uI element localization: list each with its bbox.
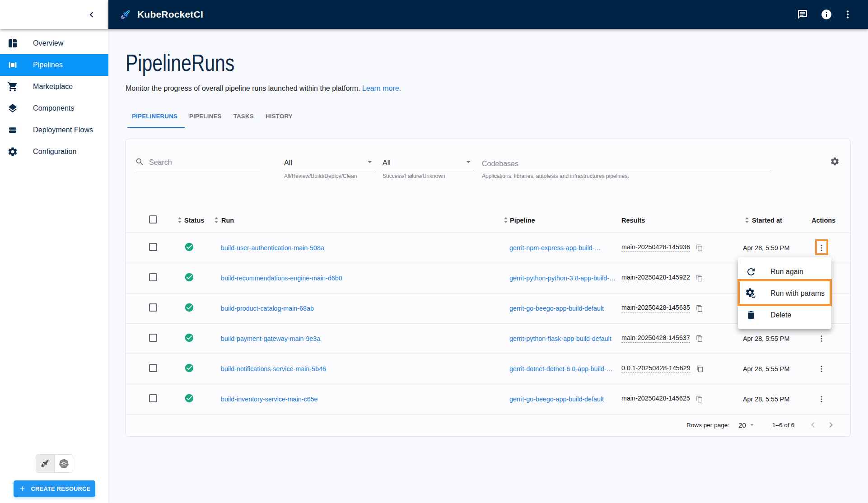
select-all-checkbox[interactable]	[149, 215, 157, 224]
copy-icon[interactable]	[696, 244, 703, 252]
results-value[interactable]: main-20250428-145637	[621, 334, 690, 343]
row-actions-button[interactable]	[815, 332, 828, 345]
info-button[interactable]	[821, 9, 832, 20]
copy-icon[interactable]	[696, 396, 703, 403]
results-cell: 0.0.1-20250428-145629	[621, 364, 736, 373]
pipeline-link[interactable]: gerrit-go-beego-app-build-default	[509, 305, 604, 312]
rows-per-page-select[interactable]: 20	[738, 421, 756, 429]
next-page-button[interactable]	[825, 419, 837, 431]
view-toggle-group	[36, 454, 73, 473]
search-icon	[135, 157, 145, 167]
status-success-icon	[184, 363, 194, 373]
sort-icon	[744, 217, 750, 224]
copy-icon[interactable]	[696, 305, 703, 312]
status-success-icon	[184, 393, 194, 403]
pipeline-link[interactable]: gerrit-npm-express-app-build-…	[509, 244, 601, 252]
chat-icon	[797, 9, 808, 20]
type-select-helper: All/Review/Build/Deploy/Clean	[284, 173, 357, 179]
search-input[interactable]	[149, 158, 253, 167]
row-checkbox[interactable]	[149, 303, 157, 312]
run-link[interactable]: build-inventory-service-main-c65e	[221, 396, 318, 403]
learn-more-link[interactable]: Learn more.	[362, 84, 401, 92]
run-link[interactable]: build-recommendations-engine-main-d6b0	[221, 275, 342, 282]
sidebar-item-pipelines[interactable]: Pipelines	[0, 54, 108, 76]
copy-icon[interactable]	[696, 275, 703, 282]
type-select[interactable]: All All/Review/Build/Deploy/Clean	[284, 150, 375, 170]
run-link[interactable]: build-notifications-service-main-5b46	[221, 365, 326, 373]
menu-item-run-again[interactable]: Run again	[738, 261, 831, 283]
kubernetes-view-button[interactable]	[54, 455, 73, 472]
appbar-actions	[797, 9, 853, 20]
row-actions-button[interactable]	[815, 393, 828, 405]
row-checkbox[interactable]	[149, 394, 157, 402]
pipeline-link[interactable]: gerrit-python-flask-app-build-default	[509, 335, 611, 342]
menu-item-label: Run with params	[770, 289, 825, 298]
create-resource-label: CREATE RESOURCE	[31, 486, 91, 492]
more-menu-button[interactable]	[842, 9, 853, 20]
chevron-right-icon	[826, 419, 836, 430]
results-cell: main-20250428-145922	[621, 274, 736, 282]
more-vert-icon	[817, 243, 826, 252]
kuberocketci-view-button[interactable]	[36, 455, 54, 472]
column-header-started[interactable]: Started at	[736, 217, 804, 224]
gear-refresh-icon	[746, 288, 756, 299]
results-value[interactable]: main-20250428-145922	[621, 274, 690, 282]
status-select[interactable]: All Success/Failure/Unknown	[383, 150, 474, 170]
results-value[interactable]: 0.0.1-20250428-145629	[621, 364, 691, 373]
sidebar-item-marketplace[interactable]: Marketplace	[0, 76, 108, 98]
run-link[interactable]: build-product-catalog-main-68ab	[221, 305, 314, 312]
quill-icon	[40, 458, 51, 469]
sidebar-item-overview[interactable]: Overview	[0, 33, 108, 54]
sidebar-item-label: Deployment Flows	[33, 126, 93, 134]
feedback-button[interactable]	[797, 9, 808, 20]
sidebar-item-configuration[interactable]: Configuration	[0, 141, 108, 163]
row-checkbox[interactable]	[149, 243, 157, 251]
copy-icon[interactable]	[696, 365, 704, 373]
layers-icon	[7, 103, 18, 114]
more-vert-icon	[817, 334, 826, 343]
menu-item-delete[interactable]: Delete	[738, 304, 831, 326]
create-resource-button[interactable]: CREATE RESOURCE	[14, 480, 95, 497]
field-underline	[482, 170, 771, 170]
results-value[interactable]: main-20250428-145625	[621, 395, 690, 403]
row-actions-button[interactable]	[815, 242, 828, 254]
results-value[interactable]: main-20250428-145936	[621, 243, 690, 252]
status-success-icon	[184, 303, 194, 312]
row-checkbox[interactable]	[149, 273, 157, 281]
table-settings-button[interactable]	[830, 157, 840, 166]
column-header-pipeline[interactable]: Pipeline	[501, 217, 613, 224]
column-header-status[interactable]: Status	[172, 217, 212, 224]
info-icon	[821, 9, 832, 20]
sort-icon	[177, 217, 183, 224]
row-actions-button[interactable]	[815, 363, 828, 375]
tab-history[interactable]: HISTORY	[261, 105, 300, 128]
dropdown-arrow-icon	[748, 421, 756, 428]
results-value[interactable]: main-20250428-145635	[621, 304, 690, 312]
column-header-results: Results	[613, 217, 736, 224]
menu-item-run-with-params[interactable]: Run with params	[738, 283, 831, 304]
pipeline-link[interactable]: gerrit-dotnet-dotnet-6.0-app-build-…	[509, 365, 613, 373]
run-link[interactable]: build-payment-gateway-main-9e3a	[221, 335, 320, 342]
tab-pipelineruns[interactable]: PIPELINERUNS	[127, 105, 185, 128]
codebases-input[interactable]	[482, 160, 771, 168]
copy-icon[interactable]	[696, 335, 703, 342]
sidebar-item-deployment-flows[interactable]: Deployment Flows	[0, 119, 108, 141]
brand-name: KubeRocketCI	[137, 9, 203, 20]
column-header-run[interactable]: Run	[212, 217, 501, 224]
dashboard-icon	[7, 38, 18, 49]
sidebar-collapse-button[interactable]	[88, 11, 95, 18]
row-checkbox[interactable]	[149, 334, 157, 342]
run-link[interactable]: build-user-authentication-main-508a	[221, 244, 324, 252]
pipeline-link[interactable]: gerrit-python-python-3.8-app-build-…	[509, 275, 616, 282]
pipeline-link[interactable]: gerrit-go-beego-app-build-default	[509, 396, 604, 403]
dropdown-arrow-icon	[364, 156, 375, 167]
tab-pipelines[interactable]: PIPELINES	[185, 105, 229, 128]
status-select-helper: Success/Failure/Unknown	[383, 173, 445, 179]
codebases-helper: Applications, libraries, autotests and i…	[482, 173, 629, 179]
previous-page-button[interactable]	[807, 419, 819, 431]
sidebar-item-components[interactable]: Components	[0, 98, 108, 119]
results-cell: main-20250428-145637	[621, 334, 736, 343]
row-checkbox[interactable]	[149, 364, 157, 372]
kuberocketci-logo-icon	[120, 8, 132, 21]
tab-tasks[interactable]: TASKS	[229, 105, 261, 128]
